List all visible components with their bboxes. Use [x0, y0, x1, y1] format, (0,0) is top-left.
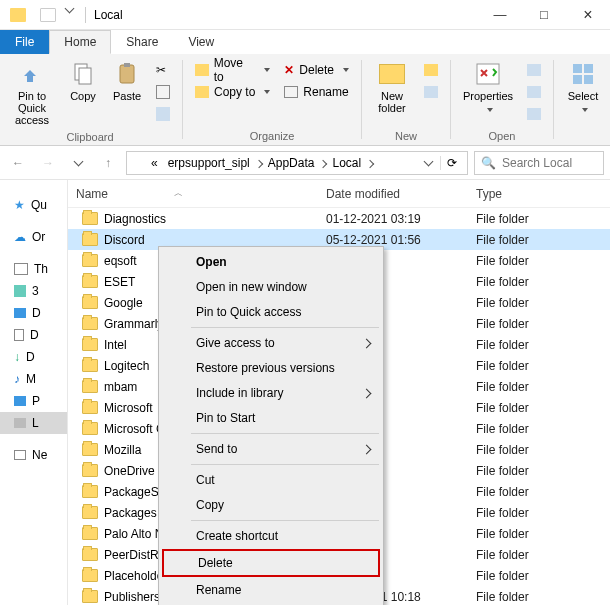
file-row[interactable]: Diagnostics01-12-2021 03:19File folder — [68, 208, 610, 229]
cm-pin-start[interactable]: Pin to Start — [162, 406, 380, 430]
easy-access-button[interactable] — [418, 81, 444, 103]
open-dropdown-button[interactable] — [521, 59, 547, 81]
cut-button[interactable]: ✂ — [150, 59, 176, 81]
dropdown-icon[interactable] — [65, 3, 75, 13]
download-icon: ↓ — [14, 350, 20, 364]
cm-cut[interactable]: Cut — [162, 468, 380, 492]
cm-label: Include in library — [196, 386, 283, 400]
cm-include-library[interactable]: Include in library — [162, 381, 380, 405]
copy-to-button[interactable]: Copy to — [189, 81, 276, 103]
pin-icon — [20, 62, 44, 86]
refresh-button[interactable]: ⟳ — [440, 156, 463, 170]
new-folder-label: New folder — [378, 90, 406, 114]
close-button[interactable]: × — [566, 0, 610, 30]
pc-icon — [14, 263, 28, 275]
cm-create-shortcut[interactable]: Create shortcut — [162, 524, 380, 548]
forward-button[interactable]: → — [36, 151, 60, 175]
folder-icon — [82, 464, 98, 477]
nav-downloads[interactable]: ↓D — [0, 346, 67, 368]
file-type: File folder — [476, 380, 610, 394]
select-icon — [571, 62, 595, 86]
nav-documents[interactable]: D — [0, 324, 67, 346]
cm-open-new-window[interactable]: Open in new window — [162, 275, 380, 299]
chevron-icon[interactable] — [256, 156, 262, 170]
up-button[interactable]: ↑ — [96, 151, 120, 175]
column-date[interactable]: Date modified — [326, 187, 476, 201]
cm-rename[interactable]: Rename — [162, 578, 380, 602]
minimize-button[interactable]: — — [478, 0, 522, 30]
file-type: File folder — [476, 338, 610, 352]
breadcrumb-2[interactable]: AppData — [264, 156, 319, 170]
edit-button[interactable] — [521, 81, 547, 103]
nav-network[interactable]: Ne — [0, 444, 67, 466]
folder-icon — [82, 506, 98, 519]
nav-pictures[interactable]: P — [0, 390, 67, 412]
file-type: File folder — [476, 506, 610, 520]
file-type: File folder — [476, 359, 610, 373]
copy-path-button[interactable] — [150, 81, 176, 103]
maximize-button[interactable]: □ — [522, 0, 566, 30]
column-type[interactable]: Type — [476, 187, 610, 201]
address-dropdown-icon[interactable] — [424, 156, 434, 166]
copy-button[interactable]: Copy — [62, 57, 104, 129]
delete-button[interactable]: ✕Delete — [278, 59, 355, 81]
tab-view[interactable]: View — [173, 30, 229, 54]
paste-label: Paste — [113, 90, 141, 102]
tab-file[interactable]: File — [0, 30, 49, 54]
cm-open[interactable]: Open — [162, 250, 380, 274]
file-type: File folder — [476, 275, 610, 289]
history-button[interactable] — [521, 103, 547, 125]
nav-onedrive[interactable]: ☁Or — [0, 226, 67, 248]
rename-button[interactable]: Rename — [278, 81, 355, 103]
search-placeholder: Search Local — [502, 156, 572, 170]
chevron-icon[interactable] — [367, 156, 373, 170]
music-icon: ♪ — [14, 372, 20, 386]
column-name[interactable]: Name︿ — [68, 187, 326, 201]
pin-to-quick-access-button[interactable]: Pin to Quick access — [4, 57, 60, 129]
move-to-button[interactable]: Move to — [189, 59, 276, 81]
cm-label: Give access to — [196, 336, 275, 350]
breadcrumb-3[interactable]: Local — [328, 156, 365, 170]
tab-share[interactable]: Share — [111, 30, 173, 54]
nav-music[interactable]: ♪M — [0, 368, 67, 390]
select-button[interactable]: Select — [560, 57, 606, 140]
nav-local-disk[interactable]: L — [0, 412, 67, 434]
folder-small-icon — [10, 8, 26, 22]
delete-icon: ✕ — [284, 63, 294, 77]
cm-give-access-to[interactable]: Give access to — [162, 331, 380, 355]
paste-icon — [116, 62, 138, 86]
cm-send-to[interactable]: Send to — [162, 437, 380, 461]
file-type: File folder — [476, 422, 610, 436]
breadcrumb-overflow[interactable]: « — [147, 156, 162, 170]
nav-quick-access[interactable]: ★Qu — [0, 194, 67, 216]
window-title: Local — [92, 8, 123, 22]
breadcrumb-1[interactable]: erpsupport_sipl — [164, 156, 254, 170]
copyto-icon — [195, 86, 209, 98]
new-folder-button[interactable]: New folder — [368, 57, 416, 128]
properties-button[interactable]: Properties — [457, 57, 519, 128]
folder-icon — [131, 157, 145, 169]
nav-3d-objects[interactable]: 3 — [0, 280, 67, 302]
back-button[interactable]: ← — [6, 151, 30, 175]
delete-ribbon-label: Delete — [299, 63, 334, 77]
nav-this-pc[interactable]: Th — [0, 258, 67, 280]
tab-home[interactable]: Home — [49, 30, 111, 54]
cm-restore-previous[interactable]: Restore previous versions — [162, 356, 380, 380]
move-label: Move to — [214, 56, 256, 84]
new-group-label: New — [368, 128, 444, 145]
cm-copy[interactable]: Copy — [162, 493, 380, 517]
nav-label: L — [32, 416, 39, 430]
cm-delete[interactable]: Delete — [162, 549, 380, 577]
file-type: File folder — [476, 527, 610, 541]
new-item-button[interactable] — [418, 59, 444, 81]
separator — [182, 60, 183, 139]
address-bar[interactable]: « erpsupport_sipl AppData Local ⟳ — [126, 151, 468, 175]
cm-pin-quick-access[interactable]: Pin to Quick access — [162, 300, 380, 324]
recent-dropdown[interactable] — [66, 151, 90, 175]
nav-label: M — [26, 372, 36, 386]
search-input[interactable]: 🔍 Search Local — [474, 151, 604, 175]
paste-button[interactable]: Paste — [106, 57, 148, 129]
paste-shortcut-button[interactable] — [150, 103, 176, 125]
chevron-icon[interactable] — [320, 156, 326, 170]
nav-desktop[interactable]: D — [0, 302, 67, 324]
